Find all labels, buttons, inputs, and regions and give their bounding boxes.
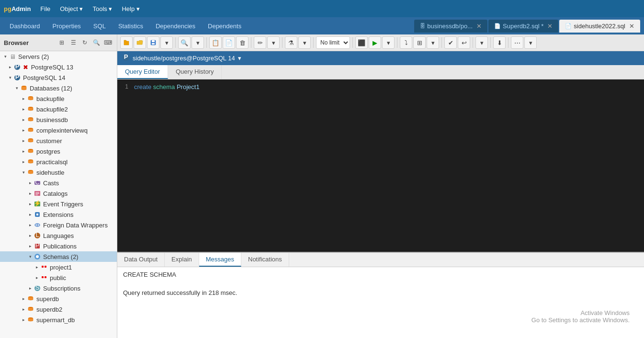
tree-sidehustle[interactable]: sidehustle	[0, 167, 117, 178]
tab-dashboard[interactable]: Dashboard	[4, 20, 46, 33]
tree-schemas[interactable]: Schemas (2)	[0, 251, 117, 262]
limit-select[interactable]: No limit 1000 500 100	[316, 36, 350, 49]
tab-dependents[interactable]: Dependents	[202, 20, 247, 33]
tree-public[interactable]: public	[0, 272, 117, 283]
tree-backupfile[interactable]: backupfile	[0, 93, 117, 104]
tree-extensions[interactable]: Extensions	[0, 209, 117, 220]
backupfile2-label: backupfile2	[36, 106, 68, 113]
toolbar-explain-dropdown[interactable]: ▾	[427, 36, 439, 49]
toolbar-open-file[interactable]	[120, 36, 133, 49]
sep3	[251, 37, 251, 48]
tree-pg13[interactable]: P ✖ PostgreSQL 13	[0, 62, 117, 72]
result-tab-notifications[interactable]: Notifications	[241, 253, 289, 267]
result-tab-data[interactable]: Data Output	[117, 253, 165, 267]
tree-eventtriggers[interactable]: ⚡ Event Triggers	[0, 199, 117, 209]
tab-properties[interactable]: Properties	[47, 20, 87, 33]
menu-help[interactable]: Help ▾	[118, 3, 143, 14]
sql-editor[interactable]: 1 create schema Project1	[117, 79, 644, 252]
menu-tools[interactable]: Tools ▾	[89, 3, 116, 14]
tab-superdb2[interactable]: 📄 Superdb2.sql * ✕	[488, 20, 558, 33]
tree-customer[interactable]: customer	[0, 135, 117, 146]
sidebar-refresh-icon[interactable]: ↻	[79, 37, 90, 48]
complexinterviewq-arrow	[20, 127, 27, 134]
toolbar-search-dropdown[interactable]: ▾	[192, 36, 204, 49]
backupfile2-arrow	[20, 106, 27, 113]
toolbar-save[interactable]	[147, 36, 159, 49]
toolbar-explain[interactable]: ⤵	[400, 36, 412, 49]
tree-supermart_db[interactable]: supermart_db	[0, 315, 117, 325]
menu-object[interactable]: Object ▾	[56, 3, 87, 14]
servers-icon: 🖥	[9, 53, 16, 60]
tree-languages[interactable]: L Languages	[0, 230, 117, 241]
tree-backupfile2[interactable]: backupfile2	[0, 104, 117, 114]
tree-superdb[interactable]: superdb	[0, 293, 117, 304]
toolbar-explain-grid[interactable]: ⊞	[413, 36, 426, 49]
businessdb-tab-close[interactable]: ✕	[476, 23, 482, 30]
svg-text:C: C	[35, 180, 39, 186]
tree-publications[interactable]: P Publications	[0, 241, 117, 251]
tree-superdb2[interactable]: superdb2	[0, 304, 117, 315]
connection-caret[interactable]: ▾	[238, 55, 241, 62]
toolbar-open-folder[interactable]	[134, 36, 146, 49]
result-msg-3: Query returned successfully in 218 msec.	[123, 289, 638, 296]
tree-subscriptions[interactable]: S Subscriptions	[0, 283, 117, 293]
tree-databases[interactable]: Databases (12)	[0, 83, 117, 93]
tree-pg14[interactable]: P PostgreSQL 14	[0, 72, 117, 83]
tree-complexinterviewq[interactable]: complexinterviewq	[0, 125, 117, 135]
tree-fdw[interactable]: Foreign Data Wrappers	[0, 220, 117, 230]
tree-servers[interactable]: 🖥 Servers (2)	[0, 51, 117, 62]
toolbar-download[interactable]: ⬇	[493, 36, 506, 49]
menu-file[interactable]: File	[36, 3, 54, 14]
tab-businessdb[interactable]: 🗄 businessdb/po... ✕	[414, 20, 487, 33]
toolbar-filter[interactable]: ⚗	[285, 36, 297, 49]
result-tab-messages[interactable]: Messages	[199, 253, 241, 267]
toolbar-format-dropdown[interactable]: ▾	[475, 36, 488, 49]
main-layout: Browser ⊞ ☰ ↻ 🔍 ⌨ 🖥 Servers (2) P	[0, 34, 644, 338]
toolbar-edit-dropdown[interactable]: ▾	[267, 36, 280, 49]
toolbar-paste[interactable]: 📄	[223, 36, 235, 49]
complexinterviewq-label: complexinterviewq	[36, 127, 88, 134]
toolbar-save-dropdown[interactable]: ▾	[160, 36, 173, 49]
tab-sql[interactable]: SQL	[88, 20, 112, 33]
toolbar-filter-dropdown[interactable]: ▾	[298, 36, 311, 49]
toolbar-stop[interactable]: ⬛	[355, 36, 368, 49]
superdb2-tab-close[interactable]: ✕	[547, 23, 553, 30]
watermark-line2: Go to Settings to activate Windows.	[531, 316, 630, 324]
result-tab-explain[interactable]: Explain	[165, 253, 199, 267]
tab-dependencies[interactable]: Dependencies	[150, 20, 201, 33]
toolbar-more[interactable]: ⋯	[511, 36, 523, 49]
sidebar-search-icon[interactable]: 🔍	[91, 37, 102, 48]
toolbar-search[interactable]: 🔍	[178, 36, 191, 49]
result-msg-2	[123, 280, 638, 287]
sidebar-title: Browser	[4, 39, 29, 46]
editor-tab-query[interactable]: Query Editor	[117, 65, 168, 79]
toolbar-edit[interactable]: ✏	[254, 36, 266, 49]
tree-catalogs[interactable]: Catalogs	[0, 188, 117, 199]
sidebar-icons: ⊞ ☰ ↻ 🔍 ⌨	[56, 37, 113, 48]
toolbar-commit[interactable]: ✔	[444, 36, 457, 49]
tree-postgres[interactable]: postgres	[0, 146, 117, 157]
sidebar-list-icon[interactable]: ☰	[68, 37, 79, 48]
tab-sidehustle2022[interactable]: 📄 sidehustle2022.sql ✕	[559, 20, 640, 33]
tree-practicalsql[interactable]: practicalsql	[0, 157, 117, 167]
tree-project1[interactable]: project1	[0, 262, 117, 272]
tab-statistics[interactable]: Statistics	[113, 20, 149, 33]
toolbar-run-dropdown[interactable]: ▾	[382, 36, 395, 49]
editor-tab-history[interactable]: Query History	[168, 65, 222, 79]
tree-casts[interactable]: C Casts	[0, 178, 117, 188]
eventtriggers-label: Event Triggers	[43, 201, 83, 208]
sql-line-1: 1 create schema Project1	[117, 83, 644, 93]
toolbar-more-dropdown[interactable]: ▾	[524, 36, 537, 49]
sidebar-table-icon[interactable]: ⊞	[56, 37, 67, 48]
sidebar-terminal-icon[interactable]: ⌨	[102, 37, 113, 48]
tree-businessdb[interactable]: businessdb	[0, 114, 117, 125]
toolbar-delete[interactable]: 🗑	[236, 36, 249, 49]
windows-watermark: Activate Windows Go to Settings to activ…	[531, 309, 630, 324]
languages-icon: L	[34, 232, 41, 239]
servers-arrow	[2, 53, 9, 60]
toolbar-rollback[interactable]: ↩	[458, 36, 470, 49]
watermark-line1: Activate Windows	[531, 309, 630, 316]
sidehustle-tab-close[interactable]: ✕	[629, 23, 634, 30]
toolbar-copy[interactable]: 📋	[209, 36, 222, 49]
toolbar-run[interactable]: ▶	[369, 36, 381, 49]
